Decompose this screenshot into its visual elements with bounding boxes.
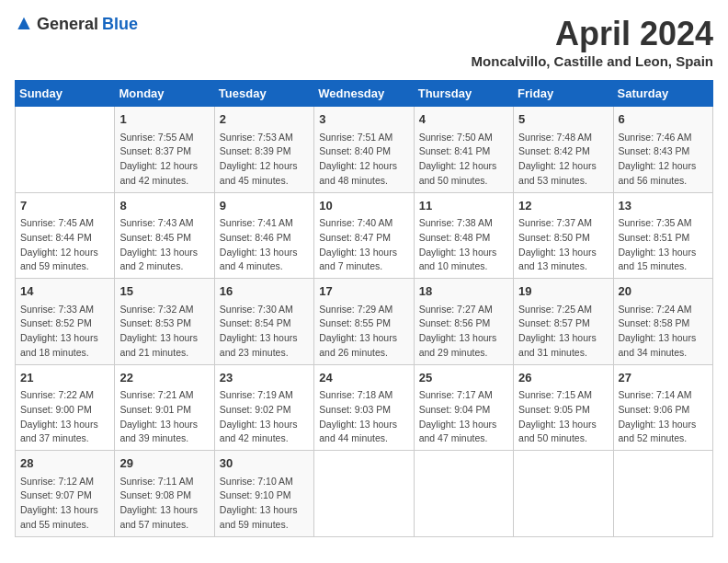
month-title: April 2024 bbox=[472, 15, 713, 53]
day-number: 29 bbox=[119, 454, 209, 473]
svg-marker-0 bbox=[17, 17, 29, 29]
day-info: Sunrise: 7:17 AM Sunset: 9:04 PM Dayligh… bbox=[419, 388, 508, 446]
day-info: Sunrise: 7:40 AM Sunset: 8:47 PM Dayligh… bbox=[319, 216, 408, 274]
calendar-cell bbox=[613, 451, 712, 537]
calendar-header-row: SundayMondayTuesdayWednesdayThursdayFrid… bbox=[16, 81, 713, 107]
calendar-week-row: 14Sunrise: 7:33 AM Sunset: 8:52 PM Dayli… bbox=[16, 279, 713, 365]
day-number: 10 bbox=[319, 197, 408, 215]
day-info: Sunrise: 7:53 AM Sunset: 8:39 PM Dayligh… bbox=[220, 131, 309, 189]
day-info: Sunrise: 7:41 AM Sunset: 8:46 PM Dayligh… bbox=[220, 216, 309, 274]
header-thursday: Thursday bbox=[414, 81, 513, 107]
calendar-week-row: 7Sunrise: 7:45 AM Sunset: 8:44 PM Daylig… bbox=[16, 192, 713, 279]
calendar-cell: 14Sunrise: 7:33 AM Sunset: 8:52 PM Dayli… bbox=[16, 279, 115, 365]
logo-icon bbox=[15, 16, 33, 34]
day-info: Sunrise: 7:22 AM Sunset: 9:00 PM Dayligh… bbox=[20, 388, 109, 446]
title-area: April 2024 Moncalvillo, Castille and Leo… bbox=[472, 15, 713, 69]
calendar-cell: 28Sunrise: 7:12 AM Sunset: 9:07 PM Dayli… bbox=[16, 451, 115, 537]
calendar-cell: 12Sunrise: 7:37 AM Sunset: 8:50 PM Dayli… bbox=[514, 192, 613, 279]
day-number: 2 bbox=[220, 110, 309, 129]
day-number: 1 bbox=[119, 110, 209, 129]
calendar-cell bbox=[314, 451, 414, 537]
day-info: Sunrise: 7:24 AM Sunset: 8:58 PM Dayligh… bbox=[619, 303, 708, 361]
day-number: 5 bbox=[518, 110, 608, 129]
calendar-cell: 1Sunrise: 7:55 AM Sunset: 8:37 PM Daylig… bbox=[115, 107, 214, 193]
calendar-cell: 25Sunrise: 7:17 AM Sunset: 9:04 PM Dayli… bbox=[414, 364, 513, 451]
page-header: General Blue April 2024 Moncalvillo, Cas… bbox=[15, 15, 713, 69]
day-info: Sunrise: 7:50 AM Sunset: 8:41 PM Dayligh… bbox=[419, 131, 508, 189]
day-info: Sunrise: 7:55 AM Sunset: 8:37 PM Dayligh… bbox=[119, 131, 209, 189]
day-info: Sunrise: 7:21 AM Sunset: 9:01 PM Dayligh… bbox=[119, 388, 209, 446]
day-number: 13 bbox=[619, 197, 708, 215]
day-info: Sunrise: 7:15 AM Sunset: 9:05 PM Dayligh… bbox=[518, 388, 608, 446]
day-number: 11 bbox=[419, 197, 508, 215]
day-number: 6 bbox=[619, 110, 708, 129]
day-number: 28 bbox=[20, 454, 109, 473]
logo-blue-text: Blue bbox=[102, 15, 138, 34]
day-info: Sunrise: 7:46 AM Sunset: 8:43 PM Dayligh… bbox=[619, 131, 708, 189]
day-number: 27 bbox=[619, 369, 708, 387]
day-number: 19 bbox=[518, 282, 608, 301]
day-info: Sunrise: 7:33 AM Sunset: 8:52 PM Dayligh… bbox=[20, 303, 109, 361]
day-info: Sunrise: 7:29 AM Sunset: 8:55 PM Dayligh… bbox=[319, 303, 408, 361]
location-subtitle: Moncalvillo, Castille and Leon, Spain bbox=[472, 53, 713, 69]
header-sunday: Sunday bbox=[16, 81, 115, 107]
day-info: Sunrise: 7:25 AM Sunset: 8:57 PM Dayligh… bbox=[518, 303, 608, 361]
day-info: Sunrise: 7:18 AM Sunset: 9:03 PM Dayligh… bbox=[319, 388, 408, 446]
calendar-cell: 17Sunrise: 7:29 AM Sunset: 8:55 PM Dayli… bbox=[314, 279, 414, 365]
calendar-cell: 6Sunrise: 7:46 AM Sunset: 8:43 PM Daylig… bbox=[613, 107, 712, 193]
day-info: Sunrise: 7:19 AM Sunset: 9:02 PM Dayligh… bbox=[220, 388, 309, 446]
day-number: 20 bbox=[619, 282, 708, 301]
day-info: Sunrise: 7:37 AM Sunset: 8:50 PM Dayligh… bbox=[518, 216, 608, 274]
header-wednesday: Wednesday bbox=[314, 81, 414, 107]
calendar-cell: 13Sunrise: 7:35 AM Sunset: 8:51 PM Dayli… bbox=[613, 192, 712, 279]
day-number: 15 bbox=[119, 282, 209, 301]
calendar-cell: 18Sunrise: 7:27 AM Sunset: 8:56 PM Dayli… bbox=[414, 279, 513, 365]
day-info: Sunrise: 7:30 AM Sunset: 8:54 PM Dayligh… bbox=[220, 303, 309, 361]
calendar-cell: 16Sunrise: 7:30 AM Sunset: 8:54 PM Dayli… bbox=[214, 279, 313, 365]
calendar-cell: 27Sunrise: 7:14 AM Sunset: 9:06 PM Dayli… bbox=[613, 364, 712, 451]
calendar-cell bbox=[514, 451, 613, 537]
day-info: Sunrise: 7:43 AM Sunset: 8:45 PM Dayligh… bbox=[119, 216, 209, 274]
calendar-cell: 7Sunrise: 7:45 AM Sunset: 8:44 PM Daylig… bbox=[16, 192, 115, 279]
day-number: 23 bbox=[220, 369, 309, 387]
header-friday: Friday bbox=[514, 81, 613, 107]
day-info: Sunrise: 7:48 AM Sunset: 8:42 PM Dayligh… bbox=[518, 131, 608, 189]
day-number: 25 bbox=[419, 369, 508, 387]
calendar-cell: 10Sunrise: 7:40 AM Sunset: 8:47 PM Dayli… bbox=[314, 192, 414, 279]
calendar-week-row: 28Sunrise: 7:12 AM Sunset: 9:07 PM Dayli… bbox=[16, 451, 713, 537]
day-number: 24 bbox=[319, 369, 408, 387]
day-number: 9 bbox=[220, 197, 309, 215]
day-number: 17 bbox=[319, 282, 408, 301]
calendar-cell: 9Sunrise: 7:41 AM Sunset: 8:46 PM Daylig… bbox=[214, 192, 313, 279]
calendar-week-row: 1Sunrise: 7:55 AM Sunset: 8:37 PM Daylig… bbox=[16, 107, 713, 193]
calendar-cell: 22Sunrise: 7:21 AM Sunset: 9:01 PM Dayli… bbox=[115, 364, 214, 451]
logo: General Blue bbox=[15, 15, 138, 34]
day-info: Sunrise: 7:38 AM Sunset: 8:48 PM Dayligh… bbox=[419, 216, 508, 274]
calendar-cell: 8Sunrise: 7:43 AM Sunset: 8:45 PM Daylig… bbox=[115, 192, 214, 279]
calendar-cell: 29Sunrise: 7:11 AM Sunset: 9:08 PM Dayli… bbox=[115, 451, 214, 537]
day-info: Sunrise: 7:45 AM Sunset: 8:44 PM Dayligh… bbox=[20, 216, 109, 274]
calendar-cell bbox=[414, 451, 513, 537]
calendar-table: SundayMondayTuesdayWednesdayThursdayFrid… bbox=[15, 80, 713, 537]
day-number: 21 bbox=[20, 369, 109, 387]
calendar-cell: 15Sunrise: 7:32 AM Sunset: 8:53 PM Dayli… bbox=[115, 279, 214, 365]
day-number: 12 bbox=[518, 197, 608, 215]
day-number: 16 bbox=[220, 282, 309, 301]
calendar-cell: 5Sunrise: 7:48 AM Sunset: 8:42 PM Daylig… bbox=[514, 107, 613, 193]
calendar-cell: 23Sunrise: 7:19 AM Sunset: 9:02 PM Dayli… bbox=[214, 364, 313, 451]
calendar-cell: 21Sunrise: 7:22 AM Sunset: 9:00 PM Dayli… bbox=[16, 364, 115, 451]
calendar-cell: 4Sunrise: 7:50 AM Sunset: 8:41 PM Daylig… bbox=[414, 107, 513, 193]
header-monday: Monday bbox=[115, 81, 214, 107]
calendar-cell: 3Sunrise: 7:51 AM Sunset: 8:40 PM Daylig… bbox=[314, 107, 414, 193]
day-info: Sunrise: 7:32 AM Sunset: 8:53 PM Dayligh… bbox=[119, 303, 209, 361]
day-number: 3 bbox=[319, 110, 408, 129]
day-number: 8 bbox=[119, 197, 209, 215]
day-number: 14 bbox=[20, 282, 109, 301]
day-info: Sunrise: 7:35 AM Sunset: 8:51 PM Dayligh… bbox=[619, 216, 708, 274]
calendar-cell: 20Sunrise: 7:24 AM Sunset: 8:58 PM Dayli… bbox=[613, 279, 712, 365]
calendar-week-row: 21Sunrise: 7:22 AM Sunset: 9:00 PM Dayli… bbox=[16, 364, 713, 451]
calendar-cell: 19Sunrise: 7:25 AM Sunset: 8:57 PM Dayli… bbox=[514, 279, 613, 365]
calendar-cell bbox=[16, 107, 115, 193]
calendar-cell: 2Sunrise: 7:53 AM Sunset: 8:39 PM Daylig… bbox=[214, 107, 313, 193]
day-info: Sunrise: 7:11 AM Sunset: 9:08 PM Dayligh… bbox=[119, 475, 209, 533]
